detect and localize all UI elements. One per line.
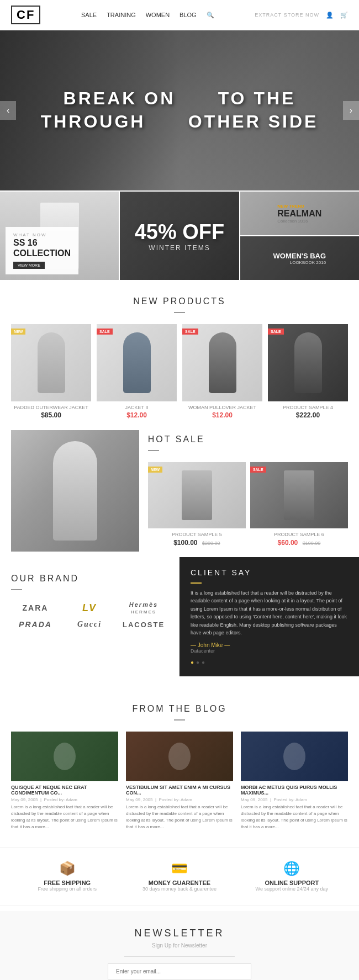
product-image-3[interactable]: SALE: [182, 324, 262, 401]
promo-right-grid: NEW TREND REALMAN Collection 2016 WOMEN'…: [240, 192, 359, 280]
blog-grid: QUISQUE AT NEQUE NEC ERAT CONDIMENTUM CO…: [11, 732, 348, 830]
nav-training[interactable]: TRAINING: [107, 12, 136, 19]
hot-figure-2: [284, 470, 314, 520]
womens-bag-title: WOMEN'S BAG: [273, 252, 326, 260]
dot-3[interactable]: ●: [202, 659, 205, 665]
hero-line2: TO THE: [218, 88, 296, 108]
hero-line4: OTHER SIDE: [188, 112, 319, 131]
product-tag-3: SALE: [182, 329, 198, 335]
our-brand: OUR BRAND ZARA LV HermèsHERMES PRADA Guc…: [0, 557, 180, 676]
product-tag-4: SALE: [268, 329, 284, 335]
nav-women[interactable]: WOMEN: [146, 12, 170, 19]
product-name-3: WOMAN PULLOVER JACKET: [182, 405, 262, 410]
product-price-1: $85.00: [11, 411, 91, 419]
client-role: Datacenter: [191, 648, 348, 654]
brand-gucci[interactable]: Gucci: [65, 620, 114, 629]
promo-womens-bag[interactable]: WOMEN'S BAG LOOKBOOK 2016: [240, 236, 359, 280]
hero-prev-button[interactable]: ‹: [0, 101, 16, 120]
product-figure-4: [294, 332, 322, 393]
sale-subtitle: WINTER ITEMS: [135, 244, 225, 252]
promo-grid: WHAT NOW SS 16COLLECTION VIEW MORE 45% O…: [0, 192, 359, 280]
blog-post-title-3: MORBI AC METUS QUIS PURUS MOLLIS MAXIMUS…: [241, 785, 348, 796]
brand-zara[interactable]: ZARA: [11, 603, 60, 612]
hot-tag-2: SALE: [250, 467, 266, 473]
brand-lacoste[interactable]: LACOSTE: [119, 621, 168, 629]
hot-product-old-price-1: $200.00: [202, 541, 220, 546]
hot-product-1: NEW PRODUCT SAMPLE 5 $100.00 $200.00: [148, 462, 246, 547]
blog-post-1: QUISQUE AT NEQUE NEC ERAT CONDIMENTUM CO…: [11, 732, 118, 830]
feature-money: 💳 MONEY GUARENTEE 30 days money back & g…: [123, 861, 235, 892]
blog-image-2[interactable]: [126, 732, 233, 781]
newsletter-email-input[interactable]: [108, 963, 251, 979]
new-products-title: NEW PRODUCTS: [0, 281, 359, 312]
hot-tag-1: NEW: [148, 467, 162, 473]
blog-meta-3: May 09, 2005 | Posted by: Adam: [241, 797, 348, 802]
blog-image-3[interactable]: [241, 732, 348, 781]
product-figure-3: [209, 332, 236, 393]
brand-divider: [11, 589, 22, 590]
feature-support-title: ONLINE SUPPORT: [236, 880, 348, 886]
brand-hermes[interactable]: HermèsHERMES: [119, 601, 168, 615]
newsletter-subtitle: Sign Up for Newsletter: [11, 942, 348, 949]
blog-meta-2: May 09, 2005 | Posted by: Adam: [126, 797, 233, 802]
product-name-2: JACKET II: [97, 405, 177, 410]
blog-section: FROM THE BLOG QUISQUE AT NEQUE NEC ERAT …: [0, 677, 359, 841]
hot-product-image-1[interactable]: NEW: [148, 462, 246, 528]
feature-shipping-title: FREE SHIPPING: [11, 880, 123, 886]
new-products-divider: [174, 312, 185, 313]
extract-store-link[interactable]: EXTRACT STORE NOW: [255, 12, 319, 18]
blog-title: FROM THE BLOG: [11, 688, 348, 719]
sale-percent: 45% OFF: [135, 220, 225, 244]
hot-product-name-2: PRODUCT SAMPLE 6: [250, 532, 348, 537]
product-price-3: $12.00: [182, 411, 262, 419]
promo-realman[interactable]: NEW TREND REALMAN Collection 2016: [240, 192, 359, 235]
nav-sale[interactable]: SALE: [81, 12, 97, 19]
brand-prada[interactable]: PRADA: [11, 620, 60, 629]
hot-sale-grid: NEW PRODUCT SAMPLE 5 $100.00 $200.00 SAL…: [148, 462, 348, 547]
logo: CF: [11, 6, 40, 24]
hot-product-old-price-2: $100.00: [303, 541, 321, 546]
blog-post-2: VESTIBULUM SIT AMET ENIM A MI CURSUS CON…: [126, 732, 233, 830]
money-icon: 💳: [123, 861, 235, 876]
new-products-grid: NEW PADDED OUTERWEAR JACKET $85.00 SALE …: [0, 324, 359, 430]
user-icon[interactable]: 👤: [326, 12, 334, 19]
our-brand-title: OUR BRAND: [11, 568, 168, 589]
brand-grid: ZARA LV HermèsHERMES PRADA Gucci LACOSTE: [11, 601, 168, 629]
client-say-divider: [191, 582, 202, 584]
brand-lv[interactable]: LV: [65, 602, 114, 614]
hot-product-name-1: PRODUCT SAMPLE 5: [148, 532, 246, 537]
blog-excerpt-1: Lorem is a long established fact that a …: [11, 804, 118, 830]
promo-sale[interactable]: 45% OFF WINTER ITEMS: [120, 192, 239, 280]
product-image-2[interactable]: SALE: [97, 324, 177, 401]
promo-title: SS 16COLLECTION: [13, 237, 71, 258]
product-card-3: SALE WOMAN PULLOVER JACKET $12.00: [182, 324, 262, 419]
view-more-button[interactable]: VIEW MORE: [13, 262, 45, 269]
dot-2[interactable]: ●: [196, 659, 199, 665]
blog-author-1: Posted by: Adam: [44, 797, 77, 802]
search-icon[interactable]: 🔍: [207, 12, 214, 19]
promo-ss16[interactable]: WHAT NOW SS 16COLLECTION VIEW MORE: [0, 192, 119, 280]
blog-image-1[interactable]: [11, 732, 118, 781]
product-name-4: PRODUCT SAMPLE 4: [268, 405, 348, 410]
cart-icon[interactable]: 🛒: [340, 12, 348, 19]
realman-title: REALMAN: [277, 209, 321, 219]
hot-figure-1: [182, 470, 212, 520]
hero-line3: THROUGH: [41, 112, 146, 131]
product-image-4[interactable]: SALE: [268, 324, 348, 401]
hot-product-2: SALE PRODUCT SAMPLE 6 $60.00 $100.00: [250, 462, 348, 547]
realman-subtitle: Collection 2016: [277, 219, 321, 224]
blog-author-2: Posted by: Adam: [159, 797, 192, 802]
feature-money-title: MONEY GUARENTEE: [123, 880, 235, 886]
blog-post-3: MORBI AC METUS QUIS PURUS MOLLIS MAXIMUS…: [241, 732, 348, 830]
newsletter-divider: [124, 956, 235, 957]
blog-date-2: May 09, 2005: [126, 797, 152, 802]
product-image-1[interactable]: NEW: [11, 324, 91, 401]
blog-divider: [174, 719, 185, 721]
hero-next-button[interactable]: ›: [343, 101, 359, 120]
hot-sale-feature-image: [11, 430, 139, 552]
client-say: CLIENT SAY It is a long established fact…: [180, 557, 359, 676]
nav-blog[interactable]: BLOG: [180, 12, 197, 19]
hot-product-image-2[interactable]: SALE: [250, 462, 348, 528]
product-figure-1: [38, 332, 65, 393]
dot-active[interactable]: ●: [191, 659, 194, 665]
